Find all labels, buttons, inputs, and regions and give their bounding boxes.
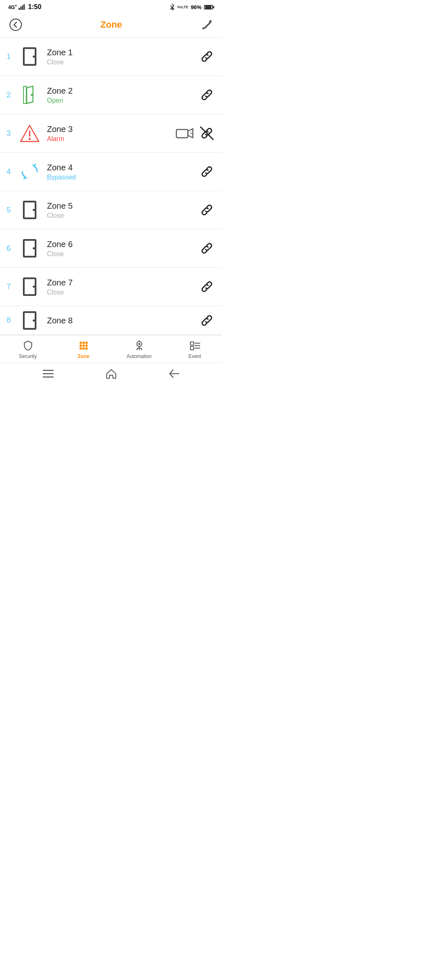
zone-number-8: 8 xyxy=(7,316,18,325)
edit-button[interactable] xyxy=(199,17,214,32)
svg-point-26 xyxy=(85,342,88,344)
zone-extra-3 xyxy=(176,124,216,142)
tab-zone[interactable]: Zone xyxy=(56,339,111,359)
zone-info-2: Zone 2 Open xyxy=(47,86,198,104)
svg-point-20 xyxy=(33,286,35,288)
link-icon-z4[interactable] xyxy=(198,163,216,181)
svg-point-24 xyxy=(80,342,82,344)
zone-row-3[interactable]: 3 Zone 3 Alarm xyxy=(0,114,222,153)
zone-number-5: 5 xyxy=(7,206,18,214)
link-icon-z6[interactable] xyxy=(198,239,216,257)
zone-info-5: Zone 5 Close xyxy=(47,201,198,219)
signal-bars xyxy=(19,4,25,10)
unlink-icon-z3[interactable] xyxy=(198,124,216,142)
svg-rect-35 xyxy=(190,342,194,345)
zone-status-4: Bypassed xyxy=(47,174,198,181)
link-icon-z5[interactable] xyxy=(198,201,216,219)
zone-number-1: 1 xyxy=(7,52,18,61)
zone-extra-2 xyxy=(198,86,216,104)
zone-icon-2 xyxy=(18,83,41,106)
zone-row-4[interactable]: 4 Zone 4 Bypassed xyxy=(0,153,222,191)
tab-zone-label: Zone xyxy=(77,353,89,359)
zone-extra-8 xyxy=(198,311,216,330)
zone-extra-1 xyxy=(198,47,216,66)
zone-name-2: Zone 2 xyxy=(47,86,198,96)
svg-point-32 xyxy=(85,347,88,350)
zone-name-1: Zone 1 xyxy=(47,47,198,57)
svg-point-25 xyxy=(82,342,85,344)
zone-status-1: Close xyxy=(47,59,198,66)
security-icon xyxy=(22,339,34,352)
zone-extra-4 xyxy=(198,163,216,181)
svg-rect-8 xyxy=(176,130,188,138)
back-nav-icon xyxy=(169,369,180,378)
back-icon xyxy=(9,18,22,31)
status-bar: 4G+ 1:50 VoLTE 96% xyxy=(0,0,222,13)
zone-icon-8 xyxy=(18,309,41,332)
zone-status-6: Close xyxy=(47,250,198,258)
tab-event-label: Event xyxy=(188,353,201,359)
zone-row-5[interactable]: 5 Zone 5 Close xyxy=(0,191,222,229)
status-left: 4G+ 1:50 xyxy=(8,3,41,11)
zone-status-7: Close xyxy=(47,289,198,296)
time-label: 1:50 xyxy=(28,3,41,11)
svg-point-30 xyxy=(80,347,82,350)
bluetooth-icon xyxy=(170,4,175,10)
edit-icon xyxy=(201,19,213,31)
nav-bar xyxy=(0,363,222,385)
page-title: Zone xyxy=(101,19,122,30)
svg-point-23 xyxy=(33,319,35,321)
link-icon-z8[interactable] xyxy=(198,311,216,330)
zone-row-8[interactable]: 8 Zone 8 xyxy=(0,306,222,335)
zone-name-5: Zone 5 xyxy=(47,201,198,211)
zone-icon-4 xyxy=(18,160,41,183)
svg-point-17 xyxy=(33,247,35,250)
tab-automation-label: Automation xyxy=(126,353,152,359)
zone-row-6[interactable]: 6 Zone 6 Close xyxy=(0,229,222,268)
event-icon xyxy=(189,339,201,352)
zone-status-3: Alarm xyxy=(47,135,176,143)
zone-icon xyxy=(77,339,90,352)
zone-name-4: Zone 4 xyxy=(47,163,198,172)
network-label: 4G+ xyxy=(8,4,17,10)
svg-point-7 xyxy=(29,138,31,140)
tab-automation[interactable]: Automation xyxy=(111,339,167,359)
back-button[interactable] xyxy=(8,17,23,32)
zone-row-2[interactable]: 2 Zone 2 Open xyxy=(0,76,222,114)
zone-list: 1 Zone 1 Close 2 Zone 2 Open 3 xyxy=(0,38,222,335)
svg-point-0 xyxy=(10,19,21,31)
zone-extra-6 xyxy=(198,239,216,257)
svg-point-14 xyxy=(33,209,35,211)
zone-row-7[interactable]: 7 Zone 7 Close xyxy=(0,268,222,306)
zone-info-4: Zone 4 Bypassed xyxy=(47,163,198,181)
tab-event[interactable]: Event xyxy=(167,339,222,359)
home-icon xyxy=(105,368,117,379)
zone-icon-7 xyxy=(18,275,41,298)
zone-icon-1 xyxy=(18,45,41,68)
zone-extra-5 xyxy=(198,201,216,219)
zone-name-8: Zone 8 xyxy=(47,316,198,325)
zone-row-1[interactable]: 1 Zone 1 Close xyxy=(0,38,222,76)
nav-home-button[interactable] xyxy=(104,366,119,381)
battery-percent: 96% xyxy=(191,4,201,10)
svg-point-29 xyxy=(85,344,88,347)
zone-name-6: Zone 6 xyxy=(47,239,198,249)
zone-extra-7 xyxy=(198,278,216,296)
zone-number-4: 4 xyxy=(7,167,18,176)
link-icon-z7[interactable] xyxy=(198,278,216,296)
zone-icon-5 xyxy=(18,198,41,221)
svg-point-3 xyxy=(33,56,35,58)
bottom-tabs: Security Zone Auto xyxy=(0,335,222,363)
tab-security[interactable]: Security xyxy=(0,339,56,359)
status-right: VoLTE 96% xyxy=(170,4,214,10)
zone-name-7: Zone 7 xyxy=(47,278,198,287)
zone-number-7: 7 xyxy=(7,283,18,291)
link-icon-z2[interactable] xyxy=(198,86,216,104)
link-icon-z1[interactable] xyxy=(198,47,216,66)
zone-info-7: Zone 7 Close xyxy=(47,278,198,296)
svg-point-5 xyxy=(31,94,33,96)
zone-info-1: Zone 1 Close xyxy=(47,47,198,66)
nav-back-button[interactable] xyxy=(167,366,182,381)
zone-info-8: Zone 8 xyxy=(47,316,198,325)
nav-menu-button[interactable] xyxy=(41,366,56,381)
